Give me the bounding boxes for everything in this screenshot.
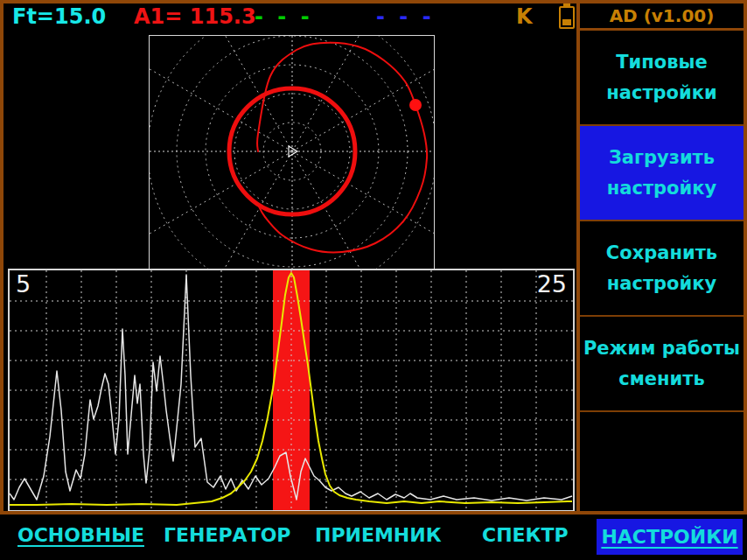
green-dashes-reading: - - - bbox=[255, 4, 313, 29]
frame-border bbox=[0, 0, 747, 4]
blue-dashes-reading: - - - bbox=[376, 4, 435, 29]
sidebar-item-empty[interactable] bbox=[580, 412, 744, 507]
a1-reading: A1= 115.3 bbox=[134, 4, 256, 29]
k-indicator: K bbox=[516, 4, 533, 29]
battery-charge-level bbox=[562, 19, 571, 25]
frame-border bbox=[0, 0, 3, 514]
tab-main[interactable]: ОСНОВНЫЕ bbox=[17, 524, 144, 546]
sidebar-item-save-setting[interactable]: Сохранить настройку bbox=[580, 221, 744, 317]
tab-receiver[interactable]: ПРИЕМНИК bbox=[315, 524, 442, 546]
spectrum-plot: 5 25 bbox=[8, 269, 575, 512]
sidebar-item-change-mode[interactable]: Режим работы сменить bbox=[580, 317, 744, 412]
ft-reading: Ft=15.0 bbox=[12, 4, 106, 29]
device-screen: Ft=15.0 A1= 115.3 - - - - - - K 5 25 AD … bbox=[0, 0, 747, 560]
sidebar-item-label: настройку bbox=[607, 178, 716, 198]
frame-border bbox=[744, 0, 747, 514]
sidebar-item-load-setting[interactable]: Загрузить настройку bbox=[580, 126, 744, 221]
sidebar-item-typical-settings[interactable]: Типовые настройки bbox=[580, 31, 744, 126]
sidebar-menu: AD (v1.00) Типовые настройки Загрузить н… bbox=[580, 4, 744, 511]
sidebar-item-label: Сохранить bbox=[606, 243, 717, 262]
sidebar-item-label: настройку bbox=[607, 274, 716, 293]
sidebar-item-label: Режим работы bbox=[583, 339, 740, 358]
sidebar-item-label: Загрузить bbox=[609, 148, 715, 167]
sidebar-item-label: настройки bbox=[606, 83, 716, 102]
bottom-tab-bar: ОСНОВНЫЕ ГЕНЕРАТОР ПРИЕМНИК СПЕКТР НАСТР… bbox=[0, 514, 747, 560]
sidebar-item-label: Типовые bbox=[616, 52, 708, 72]
frame-border bbox=[576, 0, 580, 514]
tab-spectrum[interactable]: СПЕКТР bbox=[482, 524, 569, 546]
tab-settings[interactable]: НАСТРОЙКИ bbox=[597, 519, 743, 555]
firmware-version-title: AD (v1.00) bbox=[580, 4, 744, 31]
tab-generator[interactable]: ГЕНЕРАТОР bbox=[164, 524, 290, 546]
sidebar-item-label: сменить bbox=[618, 369, 705, 388]
complex-plane-plot bbox=[149, 35, 435, 270]
battery-cap bbox=[563, 4, 570, 6]
battery-low-icon bbox=[559, 6, 575, 29]
